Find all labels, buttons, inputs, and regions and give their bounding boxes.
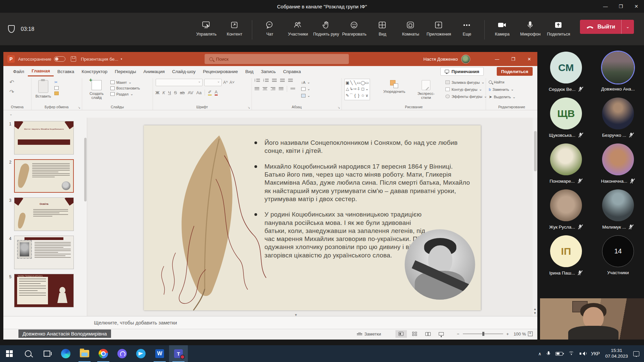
- wifi-icon[interactable]: [568, 351, 574, 356]
- ppt-share-button[interactable]: Поделиться: [497, 67, 533, 76]
- slide-nav-chevrons[interactable]: ▲▼: [533, 307, 537, 315]
- tab-record[interactable]: Запись: [257, 67, 279, 76]
- tab-home[interactable]: Главная: [28, 66, 54, 76]
- dialog-launcher-icon[interactable]: ↘: [248, 106, 250, 109]
- participants-count-tile[interactable]: 14 Участники: [592, 235, 644, 281]
- slide-thumbnail-1[interactable]: Життя і творчість Михайла Коцюбинського: [14, 121, 74, 155]
- battery-icon[interactable]: [555, 352, 563, 356]
- rooms-button[interactable]: Комнаты: [396, 19, 425, 37]
- slide-sorter-button[interactable]: [409, 330, 420, 338]
- clock[interactable]: 15:31 07.04.2023: [605, 348, 628, 359]
- tray-mic-icon[interactable]: [547, 351, 550, 356]
- thumbnails-scrollbar[interactable]: [84, 138, 87, 201]
- slide-canvas[interactable]: Його називали Сонцепоклонником і Соняхом…: [144, 125, 481, 310]
- paste-button[interactable]: Вставить: [34, 79, 53, 103]
- language-indicator[interactable]: УКР: [591, 351, 600, 356]
- save-icon[interactable]: [71, 56, 76, 62]
- align-text-button[interactable]: ⌄: [301, 87, 310, 91]
- underline-button[interactable]: Ч: [168, 90, 171, 95]
- bullets-button[interactable]: [255, 79, 260, 82]
- close-button[interactable]: ✕: [629, 0, 644, 13]
- font-color-button[interactable]: A: [215, 89, 218, 96]
- bold-button[interactable]: Ж: [156, 90, 160, 95]
- participant-tile[interactable]: СМ Сердюк Ве...: [540, 52, 592, 98]
- format-painter-button[interactable]: [54, 92, 59, 95]
- new-slide-button[interactable]: Создать слайд: [85, 79, 108, 103]
- shapes-gallery[interactable]: ▣╲╲▭◯▭ △↳⇨⇩◻⌄ ✎⌒{}☆∨: [344, 79, 370, 100]
- tab-view[interactable]: Вид: [241, 67, 257, 76]
- ppt-close-button[interactable]: ✕: [521, 52, 537, 66]
- leave-button[interactable]: Выйти: [580, 20, 621, 34]
- tab-review[interactable]: Рецензирование: [199, 67, 241, 76]
- taskbar-search-button[interactable]: [19, 345, 38, 362]
- quick-styles-button[interactable]: Экспресс-стили: [414, 79, 438, 101]
- align-center-button[interactable]: [263, 87, 267, 90]
- participant-tile[interactable]: Мелимук ...: [592, 189, 644, 235]
- document-title[interactable]: Презентация бе... ▾: [81, 57, 122, 62]
- zoom-out-icon[interactable]: −: [457, 331, 460, 337]
- camera-button[interactable]: Камера: [488, 19, 516, 37]
- participant-tile[interactable]: Наконечна...: [592, 143, 644, 189]
- start-button[interactable]: [0, 345, 19, 362]
- participant-tile[interactable]: ЩВ Щуковська...: [540, 98, 592, 143]
- cut-button[interactable]: ✂: [54, 80, 59, 84]
- shape-outline-button[interactable]: Контур фигуры ⌄: [445, 87, 487, 92]
- line-spacing-button[interactable]: [288, 79, 293, 82]
- control-button[interactable]: Управлять: [192, 19, 220, 37]
- redo-icon[interactable]: ↷: [9, 88, 29, 96]
- shape-effects-button[interactable]: Эффекты фигуры ⌄: [445, 94, 487, 99]
- chat-button[interactable]: Чат: [256, 19, 284, 37]
- shrink-font-button[interactable]: A˅: [229, 80, 234, 85]
- change-case-button[interactable]: Aa: [196, 90, 202, 95]
- chrome-button[interactable]: [94, 345, 113, 362]
- shape-fill-button[interactable]: Заливка фигуры ⌄: [445, 80, 487, 84]
- autosave-toggle[interactable]: [54, 56, 65, 62]
- align-right-button[interactable]: [271, 87, 275, 90]
- share-screen-button[interactable]: Поделиться: [544, 19, 573, 37]
- tray-expand-icon[interactable]: ∧: [538, 351, 542, 356]
- participant-tile[interactable]: Довженко Ана...: [592, 52, 644, 98]
- find-button[interactable]: Найти: [489, 80, 535, 84]
- slide-thumbnail-5[interactable]: Чернівці. Громадська діяльність: [14, 274, 74, 307]
- zoom-level[interactable]: 100 %: [514, 331, 526, 337]
- ppt-minimize-button[interactable]: —: [489, 52, 505, 66]
- search-box[interactable]: Поиск: [205, 54, 349, 64]
- layout-button[interactable]: Макет ⌄: [110, 80, 140, 84]
- select-button[interactable]: ➤Выделить ⌄: [489, 95, 535, 99]
- volume-icon[interactable]: [580, 351, 586, 356]
- self-webcam-video[interactable]: [540, 298, 644, 340]
- highlight-button[interactable]: ✐: [208, 89, 212, 96]
- teams-button[interactable]: T: [169, 345, 188, 362]
- maximize-button[interactable]: ❐: [613, 0, 629, 13]
- tab-animations[interactable]: Анимация: [140, 67, 168, 76]
- dialog-launcher-icon[interactable]: ↘: [78, 106, 80, 109]
- replace-button[interactable]: bЗаменить ⌄: [489, 87, 535, 92]
- slideshow-button[interactable]: [436, 330, 447, 338]
- char-spacing-button[interactable]: AV: [188, 90, 193, 95]
- participant-tile[interactable]: Безручко ...: [592, 98, 644, 143]
- decrease-indent-button[interactable]: [272, 79, 277, 82]
- file-explorer-button[interactable]: [75, 345, 94, 362]
- account-info[interactable]: Настя Довженко: [423, 52, 470, 66]
- comments-button[interactable]: Примечания: [440, 67, 484, 76]
- fit-slide-icon[interactable]: [528, 331, 533, 336]
- viber-button[interactable]: [113, 345, 131, 362]
- dialog-launcher-icon[interactable]: ↘: [338, 106, 340, 109]
- slide-thumbnail-3[interactable]: Освіта: [14, 197, 74, 231]
- task-view-button[interactable]: [38, 345, 56, 362]
- leave-options-caret[interactable]: ⌄: [621, 20, 634, 34]
- strikethrough2-button[interactable]: ab: [180, 90, 184, 95]
- section-button[interactable]: Раздел ⌄: [110, 92, 140, 96]
- raise-hand-button[interactable]: Поднять руку: [312, 19, 340, 37]
- edge-button[interactable]: [56, 345, 75, 362]
- ppt-restore-button[interactable]: ❐: [505, 52, 521, 66]
- tab-help[interactable]: Справка: [279, 67, 305, 76]
- slide-thumbnail-4[interactable]: [14, 236, 74, 269]
- participant-tile[interactable]: ІП Ірина Паш...: [540, 235, 592, 281]
- action-center-icon[interactable]: [633, 351, 639, 356]
- copy-button[interactable]: [54, 86, 59, 90]
- strikethrough-button[interactable]: S: [174, 90, 177, 95]
- justify-button[interactable]: [279, 87, 283, 90]
- more-button[interactable]: Еще: [453, 19, 481, 37]
- tab-transitions[interactable]: Переходы: [111, 67, 140, 76]
